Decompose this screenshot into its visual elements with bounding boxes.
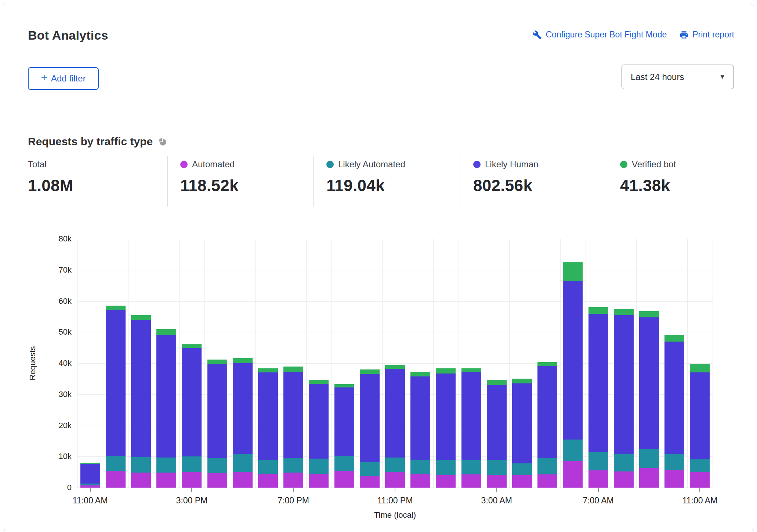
bar-segment-likely-human[interactable]: [563, 281, 583, 440]
bar-segment-automated[interactable]: [588, 470, 608, 488]
bar-segment-automated[interactable]: [461, 474, 481, 488]
bar-segment-verified-bot[interactable]: [258, 368, 278, 373]
bar-segment-likely-automated[interactable]: [233, 454, 253, 471]
print-report-link[interactable]: Print report: [679, 30, 734, 40]
bar-segment-likely-human[interactable]: [487, 385, 507, 460]
bar-segment-likely-automated[interactable]: [360, 462, 380, 476]
bar-segment-likely-automated[interactable]: [639, 449, 659, 468]
bar-segment-likely-human[interactable]: [106, 310, 126, 455]
bar-segment-verified-bot[interactable]: [106, 306, 126, 310]
bar-segment-automated[interactable]: [309, 474, 329, 488]
bar-segment-likely-human[interactable]: [156, 335, 176, 458]
bar-segment-verified-bot[interactable]: [639, 311, 659, 317]
bar-segment-automated[interactable]: [614, 471, 634, 488]
bar-segment-automated[interactable]: [639, 468, 659, 488]
bar-segment-likely-automated[interactable]: [614, 454, 634, 471]
bar-segment-likely-automated[interactable]: [664, 454, 684, 470]
bar-segment-automated[interactable]: [80, 485, 100, 488]
bar-segment-automated[interactable]: [156, 473, 176, 488]
bar-segment-verified-bot[interactable]: [131, 315, 151, 320]
bar-segment-likely-automated[interactable]: [258, 460, 278, 474]
bar-segment-likely-automated[interactable]: [334, 456, 354, 471]
bar-segment-automated[interactable]: [512, 475, 532, 488]
bar-segment-likely-human[interactable]: [461, 372, 481, 460]
bar-segment-likely-automated[interactable]: [690, 459, 710, 473]
bar-segment-automated[interactable]: [106, 471, 126, 488]
bar-segment-likely-human[interactable]: [334, 387, 354, 456]
bar-segment-likely-human[interactable]: [233, 363, 253, 454]
bar-segment-verified-bot[interactable]: [233, 358, 253, 363]
bar-segment-likely-human[interactable]: [258, 372, 278, 460]
bar-segment-likely-automated[interactable]: [436, 460, 456, 475]
bar-segment-automated[interactable]: [487, 475, 507, 488]
bar-segment-likely-human[interactable]: [664, 342, 684, 454]
bar-segment-automated[interactable]: [334, 471, 354, 488]
bar-segment-verified-bot[interactable]: [512, 379, 532, 383]
bar-segment-likely-automated[interactable]: [512, 463, 532, 475]
bar-segment-likely-automated[interactable]: [106, 456, 126, 471]
bar-segment-automated[interactable]: [131, 473, 151, 488]
configure-super-bot-fight-mode-link[interactable]: Configure Super Bot Fight Mode: [532, 30, 667, 40]
bar-segment-likely-automated[interactable]: [410, 460, 430, 474]
bar-segment-likely-automated[interactable]: [537, 458, 557, 474]
bar-segment-likely-automated[interactable]: [588, 452, 608, 471]
bar-segment-verified-bot[interactable]: [182, 344, 202, 348]
bar-segment-likely-human[interactable]: [537, 366, 557, 458]
bar-segment-automated[interactable]: [283, 473, 303, 488]
bar-segment-likely-human[interactable]: [283, 372, 303, 458]
bar-segment-likely-automated[interactable]: [563, 440, 583, 461]
bar-segment-likely-human[interactable]: [182, 348, 202, 456]
bar-segment-automated[interactable]: [385, 472, 405, 488]
bar-segment-verified-bot[interactable]: [588, 307, 608, 314]
bar-segment-verified-bot[interactable]: [207, 360, 227, 365]
bar-segment-verified-bot[interactable]: [283, 367, 303, 372]
bar-segment-likely-automated[interactable]: [207, 458, 227, 473]
bar-segment-automated[interactable]: [182, 472, 202, 488]
bar-segment-automated[interactable]: [563, 461, 583, 488]
bar-segment-verified-bot[interactable]: [664, 335, 684, 342]
bar-segment-likely-human[interactable]: [360, 374, 380, 462]
bar-segment-likely-automated[interactable]: [385, 458, 405, 472]
bar-segment-likely-human[interactable]: [207, 364, 227, 458]
bar-segment-likely-human[interactable]: [588, 314, 608, 452]
bar-segment-likely-automated[interactable]: [283, 458, 303, 473]
bar-segment-automated[interactable]: [664, 470, 684, 488]
bar-segment-likely-human[interactable]: [385, 369, 405, 458]
add-filter-button[interactable]: + Add filter: [28, 67, 99, 90]
bar-segment-verified-bot[interactable]: [537, 362, 557, 366]
bar-segment-verified-bot[interactable]: [614, 309, 634, 316]
bar-segment-likely-human[interactable]: [512, 383, 532, 463]
bar-segment-likely-automated[interactable]: [309, 459, 329, 474]
bar-segment-verified-bot[interactable]: [563, 262, 583, 280]
bar-segment-verified-bot[interactable]: [80, 463, 100, 464]
bar-segment-likely-automated[interactable]: [182, 456, 202, 472]
bar-segment-likely-human[interactable]: [639, 317, 659, 449]
bar-segment-likely-automated[interactable]: [131, 457, 151, 473]
bar-segment-verified-bot[interactable]: [690, 364, 710, 372]
bar-segment-verified-bot[interactable]: [410, 372, 430, 376]
bar-segment-automated[interactable]: [537, 474, 557, 488]
bar-segment-automated[interactable]: [436, 475, 456, 488]
bar-segment-likely-human[interactable]: [309, 384, 329, 459]
bar-segment-verified-bot[interactable]: [360, 369, 380, 374]
bar-segment-verified-bot[interactable]: [461, 368, 481, 372]
bar-segment-likely-automated[interactable]: [461, 460, 481, 474]
bar-segment-verified-bot[interactable]: [487, 380, 507, 385]
bar-segment-automated[interactable]: [410, 474, 430, 488]
bar-segment-likely-human[interactable]: [80, 464, 100, 484]
bar-segment-likely-automated[interactable]: [80, 484, 100, 485]
bar-segment-automated[interactable]: [690, 472, 710, 488]
bar-segment-likely-human[interactable]: [690, 372, 710, 459]
bar-segment-automated[interactable]: [233, 472, 253, 488]
bar-segment-verified-bot[interactable]: [309, 380, 329, 384]
bar-segment-likely-human[interactable]: [436, 374, 456, 460]
bar-segment-likely-human[interactable]: [614, 315, 634, 454]
bar-segment-verified-bot[interactable]: [156, 329, 176, 335]
bar-segment-likely-automated[interactable]: [487, 460, 507, 475]
bar-segment-automated[interactable]: [258, 474, 278, 488]
time-range-select[interactable]: Last 24 hours ▼: [622, 65, 734, 89]
bar-segment-likely-human[interactable]: [410, 376, 430, 460]
bar-segment-verified-bot[interactable]: [334, 384, 354, 387]
bar-segment-automated[interactable]: [360, 476, 380, 488]
bar-segment-verified-bot[interactable]: [385, 365, 405, 369]
